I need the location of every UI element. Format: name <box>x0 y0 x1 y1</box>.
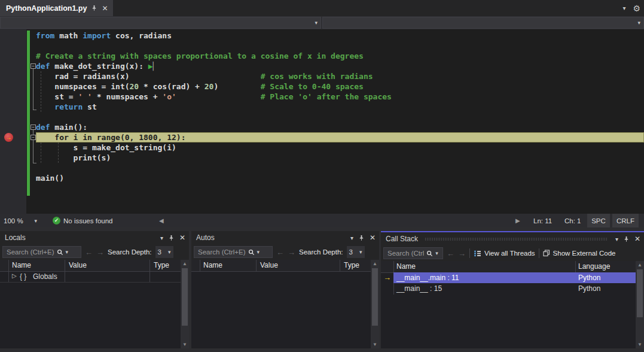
code-line[interactable]: for i in range(0, 1800, 12): <box>36 132 644 142</box>
view-all-threads-button[interactable]: View all Threads <box>474 250 535 257</box>
vs-debug-window: PythonApplication1.py ✕ ▾ ⚙ ▾ ▾ from mat… <box>0 0 644 352</box>
breakpoint-current-line-icon[interactable]: → <box>4 133 13 142</box>
scroll-up-icon[interactable]: ▲ <box>371 261 379 266</box>
hscroll-left-icon[interactable]: ◀ <box>159 214 164 227</box>
column-separator[interactable] <box>340 260 340 271</box>
drag-grip[interactable] <box>425 238 608 241</box>
toolbar-separator <box>539 248 539 258</box>
chevron-down-icon[interactable]: ▾ <box>350 235 353 241</box>
close-icon[interactable]: ✕ <box>370 233 376 242</box>
callstack-frame-row[interactable]: __main__ : 15Python <box>381 283 636 294</box>
column-type[interactable]: Type <box>344 261 359 269</box>
scrollbar-thumb[interactable] <box>637 269 643 317</box>
search-depth-combo[interactable]: 3 ▾ <box>155 246 173 258</box>
code-line[interactable]: print(s) <box>36 153 644 163</box>
autos-grid-header[interactable]: Name Value Type <box>191 260 371 272</box>
fold-collapse-box[interactable]: − <box>30 135 36 140</box>
scroll-down-icon[interactable]: ▼ <box>371 342 379 347</box>
scroll-down-icon[interactable]: ▼ <box>636 342 644 347</box>
column-name[interactable]: Name <box>396 262 416 271</box>
code-line[interactable]: main() <box>36 173 644 183</box>
callstack-grid-header[interactable]: Name Language <box>381 261 636 273</box>
chevron-down-icon[interactable]: ▾ <box>622 5 625 11</box>
code-line[interactable]: def main(): <box>36 122 644 132</box>
expander-icon[interactable]: ▷ <box>12 272 17 279</box>
code-token: math <box>54 31 83 40</box>
back-arrow-icon[interactable]: ← <box>276 248 284 257</box>
document-health[interactable]: ✓ No issues found <box>53 214 112 227</box>
code-line[interactable]: from math import cos, radians <box>36 31 644 41</box>
scrollbar-thumb[interactable] <box>182 268 188 326</box>
code-token <box>218 82 260 91</box>
close-icon[interactable]: ✕ <box>179 233 185 242</box>
hscroll-right-icon[interactable]: ▶ <box>515 214 520 227</box>
scroll-up-icon[interactable]: ▲ <box>181 261 189 266</box>
chevron-down-icon[interactable]: ▾ <box>160 235 163 241</box>
column-value[interactable]: Value <box>69 261 87 269</box>
code-line[interactable]: rad = radians(x) # cos works with radian… <box>36 71 644 81</box>
code-line[interactable] <box>36 41 644 51</box>
column-name[interactable]: Name <box>203 261 222 269</box>
forward-arrow-icon[interactable]: → <box>288 248 295 257</box>
locals-scrollbar[interactable]: ▲ ▼ <box>181 260 189 348</box>
nav-member-dropdown[interactable]: ▾ <box>322 17 644 29</box>
back-arrow-icon[interactable]: ← <box>447 249 454 258</box>
code-line[interactable]: s = make_dot_string(i) <box>36 142 644 153</box>
pin-icon[interactable] <box>623 236 630 242</box>
autos-scrollbar[interactable]: ▲ ▼ <box>371 260 379 348</box>
autos-title-bar[interactable]: Autos ▾ ✕ <box>191 231 379 244</box>
callstack-title-bar[interactable]: Call Stack ▾ ✕ <box>381 232 644 245</box>
scroll-up-icon[interactable]: ▲ <box>636 262 644 268</box>
scrollbar-thumb[interactable] <box>372 268 378 326</box>
gear-icon[interactable]: ⚙ <box>633 4 640 13</box>
callstack-frame-row[interactable]: →__main__.main : 11Python <box>381 272 636 283</box>
chevron-down-icon[interactable]: ▾ <box>435 250 438 256</box>
column-separator[interactable] <box>575 261 576 272</box>
callstack-scrollbar[interactable]: ▲ ▼ <box>636 261 644 348</box>
code-editor[interactable]: from math import cos, radians# Create a … <box>0 29 644 214</box>
code-line[interactable]: st = ' ' * numspaces + 'o' # Place 'o' a… <box>36 92 644 102</box>
code-line[interactable] <box>36 163 644 173</box>
execution-arrow-icon: → <box>6 135 12 141</box>
chevron-down-icon[interactable]: ▾ <box>257 249 260 255</box>
search-input[interactable]: Search (Ctrl+E) ▾ <box>194 246 273 258</box>
column-value[interactable]: Value <box>260 261 278 269</box>
navigation-bar: ▾ ▾ <box>0 17 644 29</box>
search-input[interactable]: Search (Ctrl+E) ▾ <box>2 246 81 258</box>
forward-arrow-icon[interactable]: → <box>458 249 466 258</box>
code-token: # Scale to 0-40 spaces <box>261 82 364 91</box>
breakpoint-margin[interactable] <box>0 29 26 214</box>
pin-icon[interactable] <box>168 235 175 241</box>
fold-collapse-box[interactable]: − <box>30 125 36 130</box>
locals-grid-header[interactable]: Name Value Type <box>0 260 181 272</box>
search-input[interactable]: Search (Ctrl ▾ <box>383 247 443 259</box>
fold-collapse-box[interactable]: − <box>30 63 36 69</box>
close-icon[interactable]: ✕ <box>634 235 640 243</box>
forward-arrow-icon[interactable]: → <box>96 248 104 257</box>
column-name[interactable]: Name <box>12 261 31 269</box>
column-type[interactable]: Type <box>154 261 169 269</box>
code-line[interactable]: numspaces = int(20 * cos(rad) + 20) # Sc… <box>36 81 644 92</box>
search-depth-combo[interactable]: 3 ▾ <box>347 246 365 258</box>
locals-title-bar[interactable]: Locals ▾ ✕ <box>0 231 189 244</box>
chevron-down-icon[interactable]: ▾ <box>615 236 618 242</box>
locals-row[interactable]: ▷{ }Globals <box>0 271 181 283</box>
column-separator[interactable] <box>256 260 257 271</box>
code-line[interactable]: return st <box>36 102 644 112</box>
nav-type-dropdown[interactable]: ▾ <box>0 17 321 29</box>
pin-icon[interactable] <box>91 5 97 11</box>
close-icon[interactable]: ✕ <box>102 5 108 12</box>
column-language[interactable]: Language <box>578 262 610 271</box>
pin-icon[interactable] <box>358 235 365 241</box>
show-external-code-button[interactable]: Show External Code <box>543 250 616 257</box>
scroll-down-icon[interactable]: ▼ <box>181 342 189 347</box>
code-line[interactable] <box>36 112 644 122</box>
space-mode-toggle[interactable]: SPC <box>587 214 610 227</box>
back-arrow-icon[interactable]: ← <box>85 248 93 257</box>
code-line[interactable]: def make_dot_string(x): ▶▏ <box>36 61 644 71</box>
tab-pythonapplication1[interactable]: PythonApplication1.py ✕ <box>0 0 113 16</box>
zoom-combo[interactable]: 100 % ▾ <box>4 214 43 227</box>
chevron-down-icon[interactable]: ▾ <box>66 249 69 255</box>
line-ending-toggle[interactable]: CRLF <box>612 214 639 227</box>
code-line[interactable]: # Create a string with spaces proportion… <box>36 51 644 61</box>
